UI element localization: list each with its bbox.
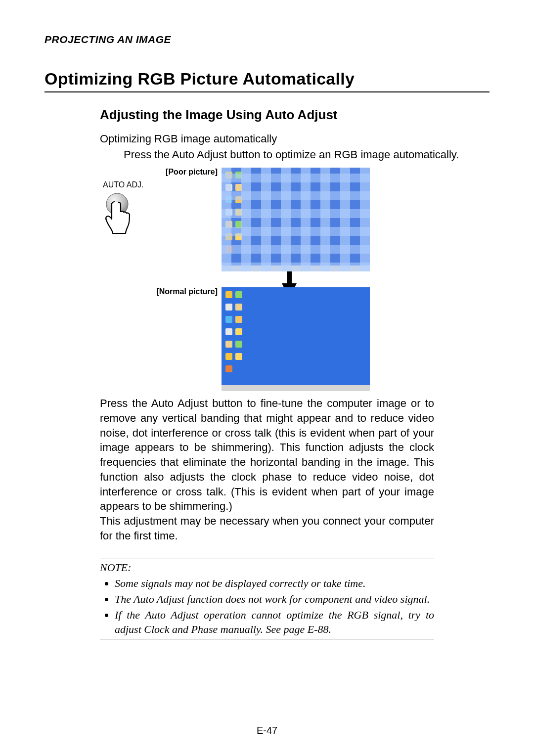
hand-pressing-button-icon (103, 192, 143, 237)
page-title: Optimizing RGB Picture Automatically (44, 69, 490, 91)
intro-subline: Press the Auto Adjust button to optimize… (124, 147, 490, 162)
auto-adj-button-illustration: AUTO ADJ. (103, 180, 143, 239)
figure-poor-row: [Poor picture] (134, 168, 490, 271)
intro-line: Optimizing RGB image automatically (100, 132, 490, 146)
page-number: E-47 (0, 725, 534, 736)
note-item: If the Auto Adjust operation cannot opti… (115, 608, 434, 637)
normal-picture-label: [Normal picture] (134, 287, 222, 296)
note-item: Some signals may not be displayed correc… (115, 576, 434, 591)
note-rule-top (100, 559, 434, 559)
auto-adj-button-label: AUTO ADJ. (103, 180, 143, 189)
body-paragraph-1: Press the Auto Adjust button to fine-tun… (100, 396, 434, 514)
title-rule (44, 91, 490, 92)
note-block: NOTE: Some signals may not be displayed … (100, 559, 434, 639)
note-label: NOTE: (100, 561, 434, 574)
note-rule-bottom (100, 639, 434, 639)
poor-picture-label: [Poor picture] (134, 168, 222, 177)
poor-picture-screen (222, 168, 370, 271)
note-list: Some signals may not be displayed correc… (100, 576, 434, 637)
body-paragraph-2: This adjustment may be necessary when yo… (100, 514, 434, 543)
figure-normal-row: [Normal picture] (134, 287, 490, 391)
subtitle: Adjusting the Image Using Auto Adjust (100, 107, 490, 123)
section-header: PROJECTING AN IMAGE (44, 34, 490, 45)
note-item: The Auto Adjust function does not work f… (115, 592, 434, 607)
normal-picture-screen (222, 287, 370, 391)
